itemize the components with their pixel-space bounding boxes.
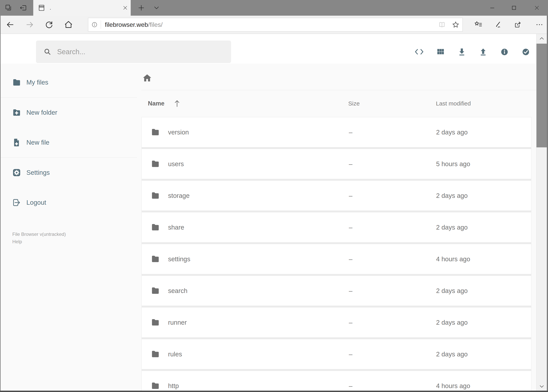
scroll-down-button[interactable] xyxy=(536,382,547,391)
sidebar: My filesNew folderNew fileSettingsLogout… xyxy=(0,64,137,392)
pen-icon xyxy=(494,21,502,29)
column-header-last-modified[interactable]: Last modified xyxy=(436,98,471,109)
hub-favorites-button[interactable] xyxy=(471,16,486,34)
sort-up-icon xyxy=(173,99,181,108)
help-link[interactable]: Help xyxy=(12,238,66,245)
more-menu-button[interactable] xyxy=(532,16,547,34)
chev-down-scroll-icon xyxy=(538,383,545,390)
file-name: share xyxy=(168,212,184,242)
breadcrumb-home-button[interactable] xyxy=(142,73,152,83)
sidebar-item-new-file[interactable]: New file xyxy=(0,127,137,157)
home-filled-icon xyxy=(142,73,152,83)
window-frame-right xyxy=(547,16,548,392)
column-header-size[interactable]: Size xyxy=(348,98,360,109)
file-name: search xyxy=(168,276,187,306)
download-icon xyxy=(457,47,466,56)
file-row-storage[interactable]: storage–2 days ago xyxy=(141,181,531,211)
scrollbar-thumb[interactable] xyxy=(536,44,547,147)
folder-icon xyxy=(151,254,160,263)
file-listing: version–2 days agousers–5 hours agostora… xyxy=(141,117,531,392)
grid-view-button[interactable] xyxy=(435,46,446,57)
url-text: filebrowser.web/files/ xyxy=(105,21,163,28)
file-size: – xyxy=(349,371,352,392)
file-modified: 2 days ago xyxy=(436,308,468,337)
download-button[interactable] xyxy=(456,46,468,57)
file-size: – xyxy=(349,339,352,369)
upload-icon xyxy=(479,47,488,56)
tab-list-button[interactable] xyxy=(149,0,164,16)
file-modified: 2 days ago xyxy=(436,276,468,306)
browser-titlebar: . xyxy=(0,0,548,16)
file-name: storage xyxy=(168,181,190,210)
browser-navbar: filebrowser.web/files/ xyxy=(0,16,548,34)
search-icon xyxy=(43,48,52,56)
search-bar[interactable] xyxy=(36,41,231,63)
file-modified: 2 days ago xyxy=(436,212,468,242)
file-size: – xyxy=(349,149,352,179)
select-multiple-button[interactable] xyxy=(520,46,532,57)
main-content: Name Size Last modified version–2 days a… xyxy=(137,64,536,392)
sidebar-item-new-folder[interactable]: New folder xyxy=(0,98,137,127)
header-toolbar xyxy=(413,46,532,57)
breadcrumb-divider xyxy=(141,90,536,90)
window-close-button[interactable] xyxy=(527,0,547,16)
file-row-version[interactable]: version–2 days ago xyxy=(141,117,531,147)
file-size: – xyxy=(349,181,352,210)
folder-icon xyxy=(151,381,160,390)
info-button[interactable] xyxy=(499,46,510,57)
file-size: – xyxy=(349,117,352,147)
browser-tab[interactable]: . xyxy=(33,0,131,16)
forward-icon xyxy=(25,20,34,29)
sidebar-item-label: Settings xyxy=(26,169,50,176)
file-row-users[interactable]: users–5 hours ago xyxy=(141,149,531,179)
refresh-button[interactable] xyxy=(41,16,57,34)
search-input[interactable] xyxy=(57,48,231,56)
file-row-share[interactable]: share–2 days ago xyxy=(141,212,531,243)
folder-icon xyxy=(151,350,160,358)
window-minimize-button[interactable] xyxy=(482,0,502,16)
scroll-up-button[interactable] xyxy=(536,34,547,43)
folder-icon xyxy=(151,223,160,232)
tab-page-icon xyxy=(38,4,46,12)
sort-ascending-icon[interactable] xyxy=(173,99,181,108)
url-host: filebrowser.web xyxy=(105,21,148,28)
file-modified: 2 days ago xyxy=(436,339,468,369)
file-size: – xyxy=(349,212,352,242)
file-name: runner xyxy=(168,308,187,337)
file-row-runner[interactable]: runner–2 days ago xyxy=(141,307,531,338)
new-tab-button[interactable] xyxy=(134,0,148,16)
site-info-icon[interactable] xyxy=(88,18,101,31)
sidebar-item-my-files[interactable]: My files xyxy=(0,67,137,97)
web-notes-button[interactable] xyxy=(490,16,506,34)
file-name: http xyxy=(168,371,179,392)
browser-home-button[interactable] xyxy=(61,16,76,34)
address-bar[interactable]: filebrowser.web/files/ xyxy=(88,18,463,32)
favorite-star-button[interactable] xyxy=(449,18,463,31)
tab-preview-button[interactable] xyxy=(1,0,16,16)
page-scrollbar[interactable] xyxy=(536,34,547,392)
file-name: version xyxy=(168,117,189,147)
reading-view-button[interactable] xyxy=(435,18,449,31)
back-button[interactable] xyxy=(2,16,18,34)
maximize-icon xyxy=(511,5,517,11)
info-outline-icon xyxy=(91,21,98,28)
file-modified: 4 hours ago xyxy=(436,371,470,392)
set-aside-icon xyxy=(20,4,28,12)
column-header-name[interactable]: Name xyxy=(148,98,164,109)
share-icon xyxy=(514,21,522,29)
window-maximize-button[interactable] xyxy=(504,0,524,16)
code-view-button[interactable] xyxy=(413,46,425,57)
set-tabs-aside-button[interactable] xyxy=(16,0,30,16)
tab-close-button[interactable] xyxy=(120,0,131,16)
file-row-http[interactable]: http–4 hours ago xyxy=(141,371,531,392)
tab-page-icon xyxy=(38,4,46,12)
forward-button[interactable] xyxy=(22,16,38,34)
file-row-search[interactable]: search–2 days ago xyxy=(141,276,531,306)
chev-up-scroll-icon xyxy=(538,35,545,42)
file-row-rules[interactable]: rules–2 days ago xyxy=(141,339,531,369)
upload-button[interactable] xyxy=(477,46,489,57)
file-row-settings[interactable]: settings–4 hours ago xyxy=(141,244,531,274)
share-button[interactable] xyxy=(510,16,526,34)
sidebar-item-logout[interactable]: Logout xyxy=(0,188,137,217)
sidebar-item-settings[interactable]: Settings xyxy=(0,158,137,188)
